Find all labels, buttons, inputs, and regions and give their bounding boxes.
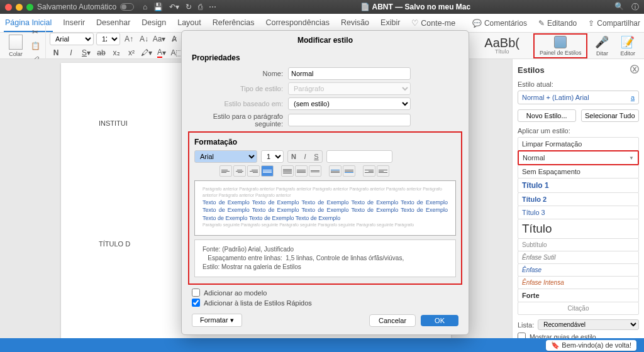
space-after-icon[interactable] <box>343 165 355 177</box>
font-family-select[interactable]: Arial <box>50 33 94 45</box>
save-icon[interactable]: 💾 <box>153 3 163 11</box>
style-item-subtitulo[interactable]: Subtítulo <box>518 238 639 251</box>
fmt-size-select[interactable]: 12 <box>261 150 284 163</box>
style-item-nospacing[interactable]: Sem Espaçamento <box>518 165 639 179</box>
align-justify-icon[interactable] <box>261 165 274 177</box>
style-item-clear[interactable]: Limpar Formatação <box>518 137 639 151</box>
italic-icon[interactable]: I <box>65 47 77 59</box>
spacing-2-icon[interactable] <box>309 165 321 177</box>
select-all-button[interactable]: Selecionar Tudo <box>581 109 640 122</box>
bold-icon[interactable]: N <box>50 47 62 59</box>
close-panel-icon[interactable]: ⓧ <box>630 64 639 75</box>
style-item-titulo[interactable]: Título <box>518 219 639 239</box>
tab-draw[interactable]: Desenhar <box>95 14 131 32</box>
indent-increase-icon[interactable] <box>377 165 389 177</box>
more-icon[interactable]: ⋯ <box>209 3 216 11</box>
current-style-box[interactable]: Normal + (Latim) Arial a <box>518 91 639 104</box>
format-dropdown-button[interactable]: Formatar ▾ <box>192 314 242 327</box>
close-window-icon[interactable] <box>5 4 12 11</box>
align-center-icon[interactable] <box>233 165 246 177</box>
properties-header: Propriedades <box>192 53 458 62</box>
welcome-back-bubble[interactable]: 🔖 Bem-vindo(a) de volta! <box>546 340 636 351</box>
new-style-button[interactable]: Novo Estilo... <box>518 109 576 122</box>
print-icon[interactable]: ⎙ <box>198 3 203 11</box>
highlight-icon[interactable]: 🖍▾ <box>140 47 153 59</box>
account-icon[interactable]: ⓘ <box>631 2 639 13</box>
style-item-forte[interactable]: Forte <box>518 289 639 302</box>
subscript-icon[interactable]: x₂ <box>110 47 123 59</box>
tab-tellme[interactable]: Conte-me <box>410 14 457 32</box>
next-para-select[interactable]: ¶ Normal <box>288 114 411 126</box>
tab-mailings[interactable]: Correspondências <box>264 14 330 32</box>
style-item-normal[interactable]: Normal▼ <box>518 150 639 165</box>
font-size-select[interactable]: 12 <box>96 33 120 45</box>
editing-mode-button[interactable]: ✎Editando <box>538 19 577 28</box>
style-item-enfase-sutil[interactable]: Ênfase Sutil <box>518 251 639 264</box>
increase-font-icon[interactable]: A↑ <box>123 33 135 45</box>
cut-icon[interactable]: ✂ <box>29 26 42 38</box>
style-item-titulo1[interactable]: Título 1 <box>518 178 639 193</box>
tab-review[interactable]: Revisão <box>340 14 370 32</box>
fmt-color-select[interactable]: Automático <box>326 150 392 163</box>
cancel-button[interactable]: Cancelar <box>369 314 416 327</box>
mac-titlebar: Salvamento Automático ⌂ 💾 ↶▾ ↻ ⎙ ⋯ 📄 ABN… <box>0 0 644 14</box>
share-button[interactable]: ⇪Compartilhar <box>588 19 640 28</box>
style-gallery-item-titulo[interactable]: AaBb( Título <box>478 36 526 55</box>
comments-button[interactable]: 💬Comentários <box>472 19 527 28</box>
styles-pane-button[interactable]: Painel de Estilos <box>536 36 586 56</box>
autosave-toggle[interactable] <box>120 3 134 11</box>
fmt-bold-icon[interactable]: N <box>288 151 299 162</box>
style-link-icon: a <box>631 94 635 101</box>
undo-icon[interactable]: ↶▾ <box>169 3 179 11</box>
fmt-font-select[interactable]: Arial <box>194 150 257 163</box>
show-style-guides-checkbox[interactable] <box>518 333 526 338</box>
strike-icon[interactable]: ab <box>95 47 108 59</box>
based-on-select[interactable]: (sem estilo) <box>288 97 411 110</box>
decrease-font-icon[interactable]: A↓ <box>138 33 150 45</box>
tab-design[interactable]: Design <box>140 14 167 32</box>
home-icon[interactable]: ⌂ <box>143 3 147 11</box>
tab-view[interactable]: Exibir <box>379 14 401 32</box>
copy-icon[interactable]: 📋 <box>29 40 42 52</box>
search-icon[interactable]: 🔍 <box>614 2 624 13</box>
fmt-italic-icon[interactable]: I <box>299 151 311 162</box>
paste-button[interactable]: Colar <box>5 35 26 57</box>
style-item-titulo3[interactable]: Título 3 <box>518 206 639 219</box>
align-left-icon[interactable] <box>219 165 232 177</box>
font-color-icon[interactable]: A▾ <box>155 47 168 59</box>
style-item-enfase-intensa[interactable]: Ênfase Intensa <box>518 276 639 289</box>
align-right-icon[interactable] <box>247 165 260 177</box>
style-item-citacao[interactable]: Citação <box>518 302 639 315</box>
ok-button[interactable]: OK <box>421 315 458 326</box>
formatting-highlight-box: Formatação Arial 12 N I S Automático <box>188 131 462 285</box>
underline-icon[interactable]: S▾ <box>80 47 92 59</box>
space-before-icon[interactable] <box>329 165 341 177</box>
editor-button[interactable]: 📝 Editor <box>616 35 639 57</box>
clear-format-icon[interactable]: A̷ <box>168 33 180 45</box>
window-controls[interactable] <box>5 4 33 11</box>
indent-decrease-icon[interactable] <box>363 165 375 177</box>
tab-references[interactable]: Referências <box>211 14 256 32</box>
dictate-button[interactable]: 🎤 Ditar <box>591 35 613 57</box>
document-title: 📄 ABNT — Salvo no meu Mac <box>220 3 611 11</box>
redo-icon[interactable]: ↻ <box>186 3 192 11</box>
name-input[interactable] <box>288 67 411 80</box>
list-select[interactable]: Recomendável <box>538 319 639 330</box>
tab-layout[interactable]: Layout <box>176 14 203 32</box>
add-quickstyles-checkbox[interactable] <box>192 299 200 307</box>
chevron-down-icon[interactable]: ▼ <box>629 155 634 161</box>
spacing-15-icon[interactable] <box>295 165 308 177</box>
style-item-titulo2[interactable]: Título 2 <box>518 192 639 206</box>
style-item-enfase[interactable]: Ênfase <box>518 263 639 277</box>
pencil-icon: ✎ <box>538 19 545 28</box>
zoom-window-icon[interactable] <box>26 4 33 11</box>
microphone-icon: 🎤 <box>595 35 609 49</box>
fmt-underline-icon[interactable]: S <box>311 151 322 162</box>
change-case-icon[interactable]: Aa▾ <box>153 33 165 45</box>
tab-insert[interactable]: Inserir <box>62 14 86 32</box>
spacing-1-icon[interactable] <box>281 165 294 177</box>
list-label: Lista: <box>518 321 534 329</box>
superscript-icon[interactable]: x² <box>125 47 138 59</box>
minimize-window-icon[interactable] <box>16 4 23 11</box>
add-template-checkbox[interactable] <box>192 289 200 297</box>
